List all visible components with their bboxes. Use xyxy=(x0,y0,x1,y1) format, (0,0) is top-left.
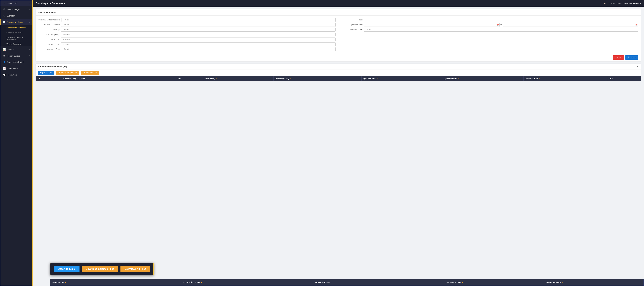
th-highlight-agreement-date: Agreement Date ▼ xyxy=(445,279,544,285)
agreement-date-to-input[interactable] xyxy=(502,23,638,27)
investment-entities-input[interactable] xyxy=(62,18,336,22)
sidebar-submenu-company-documents[interactable]: Company Documents xyxy=(0,30,32,35)
secondary-tag-label: Secondary Tag: xyxy=(38,43,60,45)
export-to-excel-big-button[interactable]: Export to Excel xyxy=(54,266,80,272)
th-agreement-type: Agreement Type ▼ xyxy=(362,76,443,81)
file-name-input[interactable] xyxy=(364,18,638,22)
sidebar-item-label: Resources xyxy=(7,74,17,76)
th-highlight-counterparty-filter[interactable]: ▼ xyxy=(65,281,66,283)
th-highlight-execution-status-label: Execution Status xyxy=(546,281,561,283)
results-header[interactable]: Counterparty Documents [44] ▾ xyxy=(36,64,641,69)
download-all-button[interactable]: Download All Files xyxy=(81,71,100,75)
th-highlight-contracting-entity-filter[interactable]: ▼ xyxy=(201,281,202,283)
th-contracting-entity-label: Contracting Entity xyxy=(275,78,289,80)
sidebar-item-resources[interactable]: 💬 Resources xyxy=(0,72,32,78)
filter-agreement-type-icon[interactable]: ▼ xyxy=(376,78,378,80)
th-notes: Notes xyxy=(607,76,641,81)
sidebar-item-dashboard[interactable]: ⌂ Dashboard ▾ xyxy=(0,0,32,6)
th-investment-entity: Investment Entity / Accounts xyxy=(61,76,176,81)
results-panel: Counterparty Documents [44] ▾ Export to … xyxy=(36,64,641,81)
download-all-big-button[interactable]: Download All Files xyxy=(120,266,150,272)
search-button[interactable]: 🔍 Search xyxy=(625,55,638,60)
table-highlight-overlay: Counterparty ▼ Contracting Entity ▼ Agre… xyxy=(50,279,644,286)
th-highlight-execution-status-filter[interactable]: ▼ xyxy=(562,281,564,283)
breadcrumb: 🏠 / Document Library / Counterparty Docu… xyxy=(604,3,641,4)
onboarding-icon: 👤 xyxy=(3,61,6,63)
file-name-label: File Name: xyxy=(341,19,363,21)
workflow-icon: ⚙ xyxy=(3,15,6,17)
th-highlight-counterparty-label: Counterparty xyxy=(52,281,64,283)
contracting-entity-row: Contracting Entity: xyxy=(38,33,336,36)
sidebar-item-workflow[interactable]: ⚙ Workflow xyxy=(0,13,32,19)
sub-entities-input[interactable] xyxy=(61,23,336,27)
agreement-date-range: 📅 to 📅 xyxy=(364,23,638,27)
th-investment-entity-label: Investment Entity / Accounts xyxy=(62,78,85,80)
th-file-label: File xyxy=(37,78,40,80)
results-toolbar: Export to Excel Download Selected Files … xyxy=(36,69,641,76)
breadcrumb-current: Counterparty Documents xyxy=(623,3,641,4)
th-highlight-agreement-type-filter[interactable]: ▼ xyxy=(330,281,332,283)
chevron-icon: ▴ xyxy=(29,21,30,23)
breadcrumb-library: Document Library xyxy=(608,3,621,4)
sidebar-item-label: Workflow xyxy=(7,15,15,17)
search-form-right: File Name: Agreement Date: 📅 xyxy=(341,18,638,52)
export-to-excel-button[interactable]: Export to Excel xyxy=(38,71,54,75)
filter-counterparty-icon[interactable]: ▼ xyxy=(216,78,217,80)
search-form-left: Investment Entities / Accounts: Sub Enti… xyxy=(38,18,336,52)
execution-status-select-wrapper: -- Select -- xyxy=(364,28,638,32)
breadcrumb-sep1: / xyxy=(606,3,607,4)
th-agreement-date-label: Agreement Date xyxy=(444,78,457,80)
agreement-type-input[interactable] xyxy=(61,47,336,51)
secondary-tag-select[interactable]: -- Select -- xyxy=(61,42,336,46)
sidebar-item-label: Report Builder xyxy=(7,55,20,57)
top-header: Counterparty Documents 🏠 / Document Libr… xyxy=(32,0,644,7)
chevron-icon: ▾ xyxy=(29,9,30,11)
th-counterparty: Counterparty ▼ xyxy=(203,76,274,81)
sidebar-item-document-library[interactable]: 📄 Document Library ▴ xyxy=(0,19,32,25)
sidebar-item-task-manager[interactable]: ☑ Task Manager ▾ xyxy=(0,6,32,13)
results-title: Counterparty Documents [44] xyxy=(38,65,67,68)
counterparty-label: Counterparty: xyxy=(38,29,60,31)
resources-icon: 💬 xyxy=(3,74,6,76)
date-to-label: to xyxy=(500,24,502,26)
agreement-date-from-input[interactable] xyxy=(364,23,500,27)
counterparty-input[interactable] xyxy=(61,28,336,32)
sidebar-submenu-counterparty-documents[interactable]: Counterparty Documents xyxy=(0,25,32,30)
investment-entities-label: Investment Entities / Accounts: xyxy=(38,19,60,21)
secondary-tag-select-wrapper: -- Select -- xyxy=(61,42,336,46)
primary-tag-select[interactable]: -- Select -- xyxy=(61,38,336,41)
sidebar-item-report-builder[interactable]: 🗂 Report Builder ▾ xyxy=(0,53,32,59)
primary-tag-select-wrapper: -- Select -- xyxy=(61,38,336,41)
calendar-to-icon[interactable]: 📅 xyxy=(635,24,638,26)
calendar-from-icon[interactable]: 📅 xyxy=(496,24,499,26)
th-file: File xyxy=(36,76,61,81)
sidebar-item-onboarding-portal[interactable]: 👤 Onboarding Portal xyxy=(0,59,32,65)
filter-agreement-date-icon[interactable]: ▼ xyxy=(458,78,459,80)
collapse-icon: ▾ xyxy=(638,12,638,14)
search-form-grid: Investment Entities / Accounts: Sub Enti… xyxy=(38,18,638,52)
download-selected-button[interactable]: Download Selected Files xyxy=(56,71,79,75)
th-counterparty-label: Counterparty xyxy=(205,78,215,80)
search-parameters-header[interactable]: Search Parameters ▾ xyxy=(36,9,641,16)
filter-execution-status-icon[interactable]: ▼ xyxy=(539,78,540,80)
filter-contracting-entity-icon[interactable]: ▼ xyxy=(290,78,291,80)
chevron-icon: ▾ xyxy=(29,2,30,4)
chevron-icon: ▾ xyxy=(29,55,30,57)
sidebar-item-reports[interactable]: 📊 Reports ▾ xyxy=(0,46,32,53)
download-selected-big-button[interactable]: Download Selected Files xyxy=(82,266,118,272)
agreement-type-label: Agreement Type: xyxy=(38,48,60,50)
sidebar-submenu-investment-entities[interactable]: Investment Entities & Account Doc... xyxy=(0,35,32,42)
contracting-entity-input[interactable] xyxy=(61,33,336,36)
sidebar-item-credit-score[interactable]: 📈 Credit Score xyxy=(0,65,32,72)
th-highlight-agreement-date-filter[interactable]: ▼ xyxy=(462,281,463,283)
sidebar-submenu-vendor-documents[interactable]: Vendor Documents xyxy=(0,42,32,46)
search-parameters-body: Investment Entities / Accounts: Sub Enti… xyxy=(36,16,641,54)
sidebar-item-label: Reports xyxy=(7,48,14,51)
th-highlight-agreement-type-label: Agreement Type xyxy=(315,281,330,283)
secondary-tag-row: Secondary Tag: -- Select -- xyxy=(38,42,336,46)
primary-tag-row: Primary Tag: -- Select -- xyxy=(38,38,336,41)
search-parameters-panel: Search Parameters ▾ Investment Entities … xyxy=(36,9,641,61)
agreement-date-row: Agreement Date: 📅 to 📅 xyxy=(341,23,638,27)
execution-status-select[interactable]: -- Select -- xyxy=(364,28,638,32)
clear-button[interactable]: ✕ Clear xyxy=(613,55,624,60)
